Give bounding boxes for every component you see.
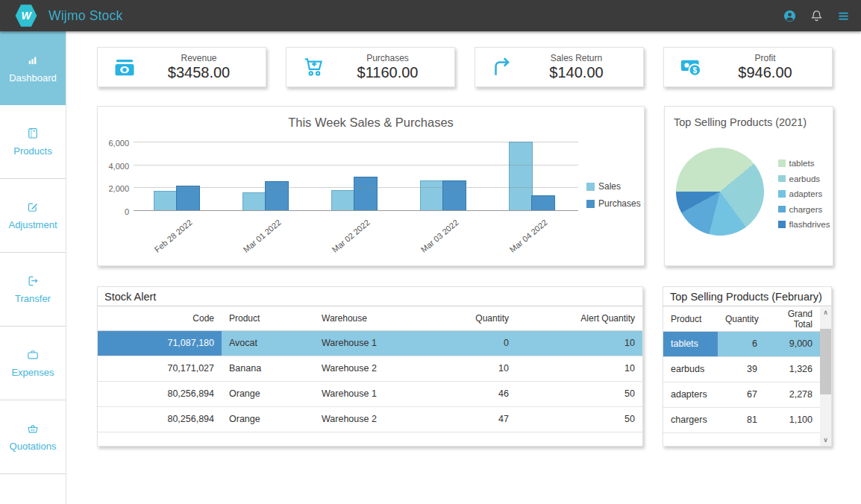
sidebar-item-dashboard[interactable]: Dashboard <box>0 31 66 105</box>
sales-purchases-chart-card: This Week Sales & Purchases 02,0004,0006… <box>97 106 645 266</box>
user-icon[interactable] <box>783 9 797 23</box>
table-cell[interactable]: 39 <box>718 356 765 382</box>
sidebar-item-label: Quotations <box>10 441 57 452</box>
table-cell[interactable]: adapters <box>663 382 718 407</box>
table-row[interactable]: 71,087,180AvocatWarehouse 1010 <box>98 330 642 356</box>
kpi-value: $3458.00 <box>151 64 246 81</box>
pie-chart-legend: tabletsearbudsadapterschargersflashdrive… <box>778 159 830 236</box>
legend-swatch <box>778 190 786 198</box>
column-header[interactable]: Product <box>663 307 718 331</box>
kpi-label: Revenue <box>151 53 246 63</box>
bar-chart-title: This Week Sales & Purchases <box>98 116 644 130</box>
bell-icon[interactable] <box>810 9 824 23</box>
table-cell[interactable]: 67 <box>718 382 765 407</box>
table-cell[interactable]: 70,171,027 <box>98 356 222 381</box>
top-products-grid-area: ProductQuantityGrand Totaltablets69,000e… <box>663 307 831 446</box>
table-cell[interactable]: 80,256,894 <box>98 406 222 432</box>
table-cell[interactable]: 9,000 <box>765 331 820 356</box>
briefcase-icon <box>26 348 40 362</box>
x-tick-label: Mar 02 2022 <box>331 218 372 254</box>
sidebar-item-label: Products <box>13 145 51 157</box>
vertical-scrollbar[interactable]: ∧ ∨ <box>820 307 831 446</box>
table-cell[interactable]: Orange <box>222 406 314 432</box>
column-header[interactable]: Code <box>98 306 222 330</box>
scroll-down-arrow[interactable]: ∨ <box>820 435 831 446</box>
table-cell[interactable]: Orange <box>222 381 314 406</box>
table-cell[interactable]: 50 <box>516 406 642 432</box>
table-row[interactable]: earbuds391,326 <box>663 356 820 382</box>
table-row[interactable]: tablets69,000 <box>663 331 820 356</box>
legend-item: tablets <box>778 159 830 168</box>
table-cell[interactable]: chargers <box>663 407 718 432</box>
column-header[interactable]: Warehouse <box>314 306 419 330</box>
x-tick-label: Mar 03 2022 <box>419 218 460 254</box>
table-cell[interactable]: Warehouse 2 <box>314 406 419 432</box>
legend-item: Purchases <box>586 198 641 209</box>
column-header[interactable]: Quantity <box>718 307 765 331</box>
table-cell[interactable]: Warehouse 1 <box>314 381 419 406</box>
table-row[interactable]: 80,256,894OrangeWarehouse 14650 <box>98 381 642 406</box>
menu-icon[interactable] <box>836 9 851 23</box>
y-tick-label: 2,000 <box>108 184 129 193</box>
basket-icon <box>26 422 40 435</box>
table-row[interactable]: chargers811,100 <box>663 407 820 432</box>
bar-sales <box>420 180 444 211</box>
legend-swatch <box>778 221 786 228</box>
scroll-up-arrow[interactable]: ∧ <box>820 307 831 318</box>
pie-chart-title: Top Selling Products (2021) <box>674 116 807 128</box>
table-cell[interactable]: 47 <box>419 406 516 432</box>
table-cell[interactable]: 2,278 <box>765 382 820 407</box>
table-cell[interactable]: Warehouse 2 <box>314 356 419 381</box>
kpi-card-profit: $ Profit $946.00 <box>663 47 833 87</box>
scroll-thumb[interactable] <box>820 329 831 394</box>
sidebar-item-label: Adjustment <box>8 219 57 230</box>
table-cell[interactable]: 6 <box>718 331 765 356</box>
table-cell[interactable]: tablets <box>663 331 718 356</box>
stock-alert-title: Stock Alert <box>98 287 642 306</box>
table-cell[interactable]: 46 <box>419 381 516 406</box>
sidebar-item-products[interactable]: Products <box>0 105 66 179</box>
table-cell[interactable]: 1,326 <box>765 356 820 382</box>
table-cell[interactable]: 80,256,894 <box>98 381 222 406</box>
sidebar-item-quotations[interactable]: Quotations <box>0 400 66 474</box>
notebook-icon <box>26 127 40 140</box>
kpi-card-revenue: Revenue $3458.00 <box>97 47 266 87</box>
bar-sales <box>509 142 533 211</box>
navbar-actions <box>783 9 861 23</box>
column-header[interactable]: Alert Quantity <box>516 306 642 330</box>
table-row[interactable]: 70,171,027BananaWarehouse 21010 <box>98 356 642 381</box>
edit-pencil-icon <box>26 201 40 214</box>
column-header[interactable]: Product <box>222 306 314 330</box>
table-cell[interactable]: 81 <box>718 407 765 432</box>
table-cell[interactable]: 50 <box>516 381 642 406</box>
bar-purchases <box>265 181 289 211</box>
table-cell[interactable]: 71,087,180 <box>98 330 222 356</box>
dashboard-bars-icon <box>26 54 40 67</box>
sidebar-item-transfer[interactable]: Transfer <box>0 253 66 327</box>
kpi-card-sales-return: Sales Return $140.00 <box>475 47 644 87</box>
table-row[interactable]: adapters672,278 <box>663 382 820 407</box>
table-cell[interactable]: Banana <box>222 356 314 381</box>
bar-purchases <box>176 186 200 211</box>
table-cell[interactable]: Avocat <box>222 330 314 356</box>
kpi-card-purchases: Purchases $1160.00 <box>286 47 455 87</box>
column-header[interactable]: Quantity <box>419 306 516 330</box>
table-cell[interactable]: earbuds <box>663 356 718 382</box>
kpi-label: Sales Return <box>529 53 624 63</box>
sidebar-item-adjustment[interactable]: Adjustment <box>0 179 66 253</box>
column-header[interactable]: Grand Total <box>765 307 820 331</box>
table-cell[interactable]: Warehouse 1 <box>314 330 419 356</box>
table-cell[interactable]: 10 <box>516 330 642 356</box>
app-logo-icon: W <box>15 4 37 28</box>
table-cell[interactable]: 10 <box>516 356 642 381</box>
banknote-icon <box>98 56 151 78</box>
table-cell[interactable]: 1,100 <box>765 407 820 432</box>
table-cell[interactable]: 0 <box>419 330 516 356</box>
sidebar-item-expenses[interactable]: Expenses <box>0 327 66 400</box>
sidebar-item-label: Dashboard <box>9 72 57 84</box>
pie-chart-card: Top Selling Products (2021) tabletsearbu… <box>664 106 833 266</box>
top-products-card: Top Selling Products (February) ProductQ… <box>663 286 832 447</box>
table-row[interactable]: 80,256,894OrangeWarehouse 24750 <box>98 406 642 432</box>
kpi-value: $1160.00 <box>340 64 435 81</box>
table-cell[interactable]: 10 <box>419 356 516 381</box>
